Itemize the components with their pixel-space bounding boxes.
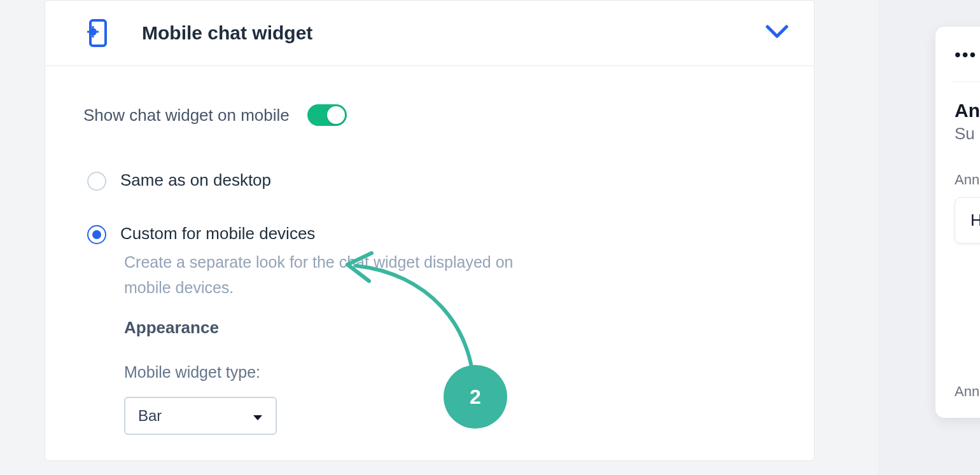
caret-down-icon — [253, 407, 263, 425]
message-author: Anna — [955, 172, 980, 188]
card-title: Mobile chat widget — [142, 22, 766, 44]
select-value: Bar — [138, 407, 162, 425]
appearance-heading: Appearance — [124, 318, 776, 338]
chat-preview-card: ••• An Su Anna H Anna — [935, 27, 980, 418]
radio-custom-mobile[interactable]: Custom for mobile devices — [87, 224, 776, 244]
widget-type-label: Mobile widget type: — [124, 363, 776, 382]
preview-agent-subtitle: Su — [955, 124, 980, 144]
radio-same-as-desktop[interactable]: Same as on desktop — [87, 170, 776, 191]
chevron-down-icon[interactable] — [766, 25, 788, 41]
custom-option-body: Create a separate look for the chat widg… — [87, 249, 776, 435]
radio-label: Custom for mobile devices — [120, 224, 315, 244]
show-on-mobile-row: Show chat widget on mobile — [83, 104, 776, 126]
toggle-knob — [327, 106, 345, 124]
custom-option-description: Create a separate look for the chat widg… — [124, 249, 557, 300]
mobile-gear-icon — [83, 18, 113, 48]
widget-mode-group: Same as on desktop Custom for mobile dev… — [83, 170, 776, 435]
mobile-chat-widget-card: Mobile chat widget Show chat widget on m… — [45, 0, 815, 461]
card-body: Show chat widget on mobile Same as on de… — [45, 66, 814, 460]
radio-icon — [87, 172, 106, 191]
preview-agent-name: An — [955, 100, 980, 121]
svg-point-1 — [89, 28, 97, 36]
divider — [952, 81, 980, 82]
more-icon[interactable]: ••• — [955, 45, 980, 65]
widget-type-select[interactable]: Bar — [124, 397, 277, 435]
show-on-mobile-label: Show chat widget on mobile — [83, 106, 290, 125]
message-bubble: H — [955, 197, 980, 244]
radio-icon-selected — [87, 225, 106, 244]
show-on-mobile-toggle[interactable] — [307, 104, 347, 126]
card-header[interactable]: Mobile chat widget — [45, 1, 814, 66]
radio-label: Same as on desktop — [120, 170, 271, 190]
message-author-2: Anna — [955, 383, 980, 400]
